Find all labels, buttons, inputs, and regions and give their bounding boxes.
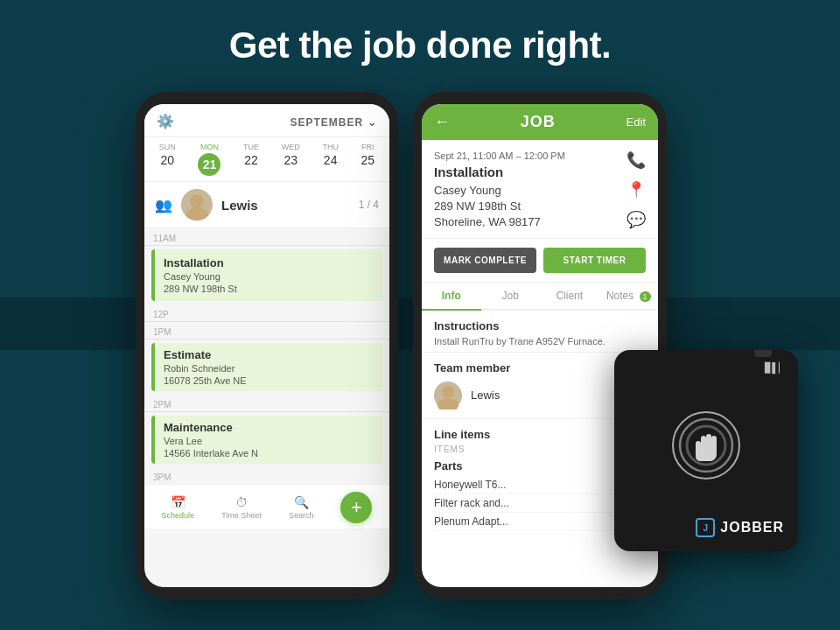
day-sun[interactable]: SUN 20 xyxy=(159,143,176,176)
svg-point-1 xyxy=(186,207,208,220)
clock-icon: ⏱ xyxy=(235,495,248,509)
fab-add-button[interactable]: + xyxy=(340,492,372,523)
signal-indicator: ▊▌▏ xyxy=(765,362,786,374)
jobber-brand-name: JOBBER xyxy=(720,520,784,536)
pl-month: SEPTEMBER ⌄ xyxy=(290,115,377,129)
pr-title: JOB xyxy=(457,113,620,131)
back-button[interactable]: ← xyxy=(434,113,450,131)
time-3pm: 3PM xyxy=(144,467,389,484)
phone-left: ⚙️ SEPTEMBER ⌄ SUN 20 MON 21 TUE 22 WED … xyxy=(136,92,398,599)
pl-schedule: 11AM Installation Casey Young 289 NW 198… xyxy=(144,228,389,484)
svg-point-3 xyxy=(438,398,458,410)
pl-bottom-nav: 📅 Schedule ⏱ Time Sheet 🔍 Search + xyxy=(144,484,389,528)
pr-actions: MARK COMPLETE START TIMER xyxy=(422,239,658,283)
hero-title: Get the job done right. xyxy=(0,0,840,66)
tab-job[interactable]: Job xyxy=(481,283,541,309)
appointment-estimate[interactable]: Estimate Robin Schneider 16078 25th Ave … xyxy=(151,343,382,391)
job-client: Casey Young 289 NW 198th St Shoreline, W… xyxy=(434,183,646,231)
job-action-icons: 📞 📍 💬 xyxy=(626,150,646,229)
avatar xyxy=(181,189,213,220)
phone-left-screen: ⚙️ SEPTEMBER ⌄ SUN 20 MON 21 TUE 22 WED … xyxy=(144,104,389,587)
svg-point-0 xyxy=(190,194,204,208)
pr-job-info: Sept 21, 11:00 AM – 12:00 PM Installatio… xyxy=(422,140,658,239)
appointment-count: 1 / 4 xyxy=(359,199,379,211)
svg-point-2 xyxy=(442,386,454,398)
day-wed[interactable]: WED 23 xyxy=(282,143,300,176)
team-name: Lewis xyxy=(221,198,258,213)
appointment-installation[interactable]: Installation Casey Young 289 NW 198th St xyxy=(151,249,382,301)
pr-instructions: Instructions Install RunTru by Trane A95… xyxy=(422,311,658,353)
day-thu[interactable]: THU 24 xyxy=(322,143,339,176)
day-fri[interactable]: FRI 25 xyxy=(361,143,375,176)
notes-badge: 1 xyxy=(640,291,651,302)
day-tue[interactable]: TUE 22 xyxy=(243,143,259,176)
card-slot xyxy=(754,350,772,357)
card-reader: ▊▌▏ J JOBBER xyxy=(614,350,798,551)
team-icon: 👥 xyxy=(155,197,172,214)
team-avatar xyxy=(434,382,462,410)
pl-team-row: 👥 Lewis 1 / 4 xyxy=(144,182,389,228)
calendar-icon: 📅 xyxy=(171,495,186,509)
tab-client[interactable]: Client xyxy=(540,283,599,309)
search-icon: 🔍 xyxy=(294,495,309,509)
location-icon[interactable]: 📍 xyxy=(626,180,646,200)
nav-search[interactable]: 🔍 Search xyxy=(289,495,314,520)
job-info-container: Sept 21, 11:00 AM – 12:00 PM Installatio… xyxy=(422,140,658,239)
pl-days-row: SUN 20 MON 21 TUE 22 WED 23 THU 24 FRI 2… xyxy=(144,137,389,182)
gear-icon[interactable]: ⚙️ xyxy=(157,113,174,130)
pl-header: ⚙️ SEPTEMBER ⌄ xyxy=(144,104,389,137)
jobber-logo: J JOBBER xyxy=(696,518,784,537)
time-2pm: 2PM xyxy=(144,395,389,411)
job-title: Installation xyxy=(434,164,646,179)
nav-schedule[interactable]: 📅 Schedule xyxy=(162,495,195,520)
appointment-maintenance[interactable]: Maintenance Vera Lee 14566 Interlake Ave… xyxy=(151,416,382,464)
pr-tabs: Info Job Client Notes 1 xyxy=(422,283,658,311)
phone-icon[interactable]: 📞 xyxy=(626,150,646,170)
jobber-logo-icon: J xyxy=(696,518,715,537)
start-timer-button[interactable]: START TIMER xyxy=(543,248,646,273)
message-icon[interactable]: 💬 xyxy=(626,210,646,229)
time-1pm: 1PM xyxy=(144,322,389,339)
nav-timesheet[interactable]: ⏱ Time Sheet xyxy=(221,495,262,520)
tab-notes[interactable]: Notes 1 xyxy=(599,283,659,309)
tab-info[interactable]: Info xyxy=(422,283,481,309)
time-11am: 11AM xyxy=(144,228,389,245)
mark-complete-button[interactable]: MARK COMPLETE xyxy=(434,248,536,273)
edit-button[interactable]: Edit xyxy=(626,116,646,129)
contactless-icon xyxy=(671,410,741,491)
time-12p: 12P xyxy=(144,304,389,321)
day-mon[interactable]: MON 21 xyxy=(198,143,220,176)
team-member-name: Lewis xyxy=(471,388,500,402)
job-datetime: Sept 21, 11:00 AM – 12:00 PM xyxy=(434,150,646,161)
pr-header: ← JOB Edit xyxy=(422,104,658,140)
